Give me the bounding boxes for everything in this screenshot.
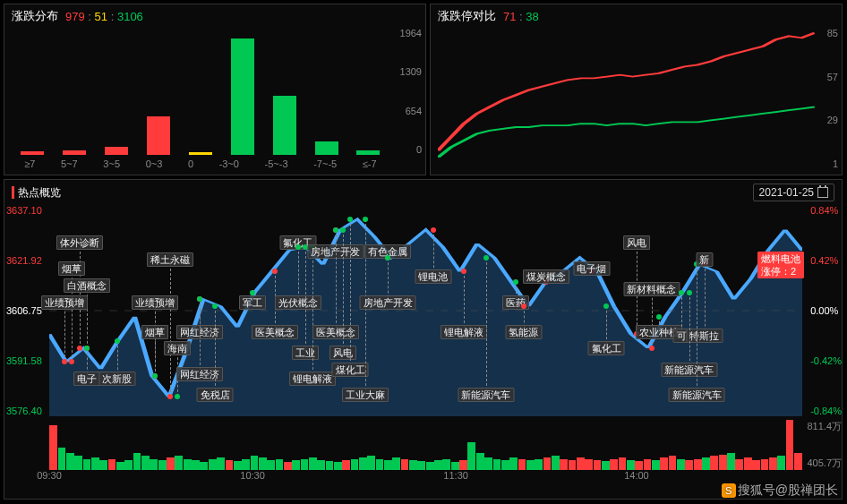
hot-tag[interactable]: 工业大麻 [342, 388, 389, 402]
volume-bar [459, 460, 467, 470]
hot-tag[interactable]: 新能源汽车 [458, 388, 514, 402]
hot-tag[interactable]: 电子 [73, 372, 100, 386]
limit-y-ticks: 8557291 [827, 28, 838, 169]
volume-bar [317, 460, 325, 470]
hot-right-tick: -0.84% [810, 406, 842, 416]
hot-dot [197, 296, 202, 302]
volume-bar [409, 460, 417, 470]
hot-right-tick: 0.42% [810, 255, 838, 266]
hot-tag[interactable]: 医美概念 [312, 325, 359, 339]
volume-bar [83, 459, 91, 470]
hot-dot [295, 244, 301, 250]
hot-tag[interactable]: 光伏概念 [275, 295, 321, 310]
volume-bar [175, 456, 183, 470]
hot-tag[interactable]: 锂电解液 [289, 372, 336, 386]
hot-tag[interactable]: 风电 [623, 235, 650, 250]
volume-bar [133, 453, 141, 470]
hot-tag[interactable]: 医美概念 [252, 325, 298, 339]
hot-tag[interactable]: 风电 [329, 346, 356, 360]
limit-up-count: 71 [503, 10, 516, 23]
hot-tag[interactable]: 电子烟 [573, 261, 610, 276]
hot-dot [77, 346, 82, 351]
volume-bar [752, 460, 760, 470]
dist-x-label: -7~-5 [313, 158, 337, 169]
hot-tag[interactable]: 锂电池 [415, 269, 451, 284]
hot-main-chart[interactable]: 3637.103621.923606.753591.583576.40 0.84… [49, 205, 802, 416]
date-picker-button[interactable]: 2021-01-25 [753, 184, 834, 201]
time-label: 14:00 [624, 470, 649, 481]
hot-dot [272, 269, 278, 274]
hot-tag[interactable]: 新 [696, 252, 713, 267]
dist-y-tick: 654 [406, 106, 422, 116]
hot-tag[interactable]: 海南 [164, 341, 191, 355]
hot-volume-chart: 811.4万405.7万 [49, 420, 802, 470]
hot-tag[interactable]: 体外诊断 [56, 235, 103, 250]
tag-connector [64, 303, 65, 363]
hot-tag[interactable]: 业绩预增 [41, 295, 88, 310]
hot-right-axis: 0.84%0.42%0.00%-0.42%-0.84% [810, 205, 842, 416]
dist-bar [356, 150, 380, 155]
hot-tag[interactable]: 军工 [239, 295, 266, 310]
volume-bar [434, 460, 442, 470]
hot-tag[interactable]: 白酒概念 [64, 278, 110, 293]
tag-connector [350, 219, 351, 370]
dist-x-label: 0 [188, 158, 193, 169]
dist-bar [105, 147, 128, 155]
tag-connector [697, 264, 697, 395]
volume-bar [158, 460, 167, 470]
volume-bar [552, 456, 560, 470]
dist-y-tick: 1309 [400, 66, 422, 77]
hot-tag[interactable]: 免税店 [197, 388, 234, 402]
limit-down-count: 38 [526, 10, 538, 23]
volume-bar [217, 457, 225, 470]
hot-tag[interactable]: 新能源汽车 [669, 388, 725, 402]
hot-tag[interactable]: 氢能源 [505, 325, 542, 339]
volume-bar [184, 459, 192, 470]
hot-tag[interactable]: 煤化工 [332, 363, 369, 377]
hot-tag[interactable]: 次新股 [98, 372, 135, 386]
volume-bar [501, 460, 509, 470]
highlight-tag[interactable]: 燃料电池 涨停：2 [757, 252, 804, 278]
volume-bar [49, 425, 57, 470]
volume-bar [326, 461, 334, 470]
hot-dot [679, 290, 684, 295]
dist-y-tick: 1964 [400, 28, 422, 38]
hot-tag[interactable]: 新能源汽车 [661, 363, 717, 377]
hot-dot [656, 314, 662, 320]
volume-bar [342, 460, 350, 470]
volume-bar [417, 461, 425, 470]
hot-tag[interactable]: 烟草 [141, 325, 168, 339]
limit-title: 涨跌停对比 [438, 8, 496, 24]
hot-tag[interactable]: 网红经济 [176, 367, 223, 381]
hot-tag[interactable]: 特斯拉 [686, 329, 723, 343]
volume-bar [351, 459, 359, 470]
dist-x-label: ≥7 [24, 158, 35, 169]
hot-tag[interactable]: 稀土永磁 [147, 252, 193, 267]
limit-y-tick: 85 [827, 28, 838, 38]
volume-bar [652, 460, 660, 470]
hot-tag[interactable]: 业绩预增 [132, 295, 178, 310]
volume-bar [577, 457, 585, 470]
volume-bar [334, 462, 342, 470]
hot-tag[interactable]: 氟化工 [588, 341, 625, 355]
hot-left-tick: 3606.75 [6, 305, 42, 316]
volume-bar [526, 460, 535, 470]
hot-dot [175, 394, 180, 399]
hot-tag[interactable]: 烟草 [58, 261, 85, 276]
volume-bar [535, 459, 543, 470]
volume-bar [58, 448, 66, 470]
volume-bar [116, 462, 124, 470]
hot-tag[interactable]: 新材料概念 [623, 282, 680, 296]
hot-tag[interactable]: 工业 [292, 346, 319, 360]
hot-dot [603, 303, 609, 309]
dist-bar [147, 116, 170, 155]
volume-bar [108, 459, 116, 470]
volume-bar [702, 457, 710, 470]
limit-panel: 涨跌停对比 71 : 38 8557291 [430, 4, 843, 175]
hot-tag[interactable]: 煤炭概念 [523, 269, 569, 284]
volume-bar [292, 460, 300, 470]
volume-bar [761, 459, 769, 470]
hot-tag[interactable]: 锂电解液 [441, 325, 487, 339]
hot-tag[interactable]: 房地产开发 [360, 295, 416, 310]
hot-left-axis: 3637.103621.923606.753591.583576.40 [6, 205, 42, 416]
